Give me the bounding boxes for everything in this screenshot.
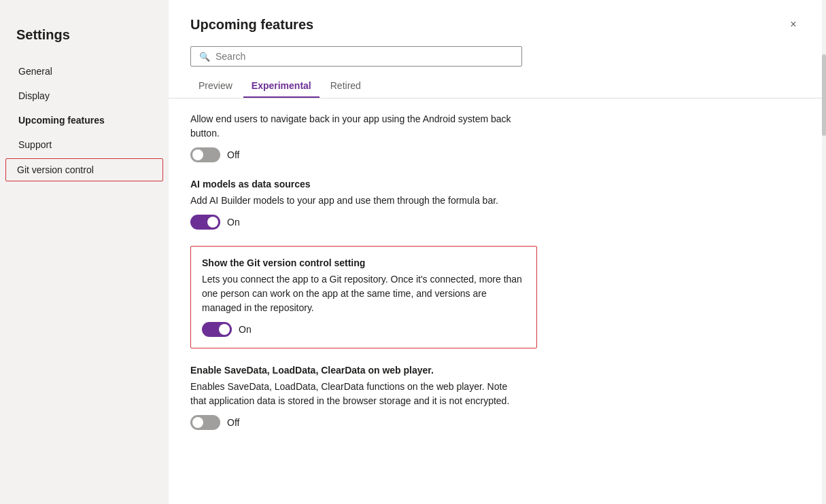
content-header: Upcoming features × bbox=[169, 0, 826, 35]
scrollbar-thumb[interactable] bbox=[822, 54, 826, 136]
scrollbar[interactable] bbox=[822, 0, 826, 504]
content-body: Allow end users to navigate back in your… bbox=[169, 98, 826, 504]
sidebar: Settings General Display Upcoming featur… bbox=[0, 0, 169, 504]
sidebar-title: Settings bbox=[0, 16, 169, 59]
feature-ai-models-toggle[interactable] bbox=[190, 215, 220, 230]
feature-ai-models-desc: Add AI Builder models to your app and us… bbox=[190, 194, 523, 208]
toggle-thumb bbox=[192, 417, 203, 428]
toggle-thumb bbox=[192, 149, 203, 160]
feature-git-toggle[interactable] bbox=[202, 322, 232, 337]
feature-ai-models: AI models as data sources Add AI Builder… bbox=[190, 179, 804, 230]
feature-ai-models-toggle-row: On bbox=[190, 215, 804, 230]
toggle-track bbox=[190, 415, 220, 430]
feature-git-toggle-row: On bbox=[202, 322, 526, 337]
feature-git-version-control: Show the Git version control setting Let… bbox=[190, 246, 537, 348]
feature-ai-models-toggle-label: On bbox=[227, 217, 240, 228]
feature-git-desc: Lets you connect the app to a Git reposi… bbox=[202, 272, 526, 315]
feature-savedata-toggle-row: Off bbox=[190, 415, 804, 430]
toggle-track bbox=[190, 215, 220, 230]
feature-ai-models-title: AI models as data sources bbox=[190, 179, 804, 190]
feature-android-back: Allow end users to navigate back in your… bbox=[190, 112, 804, 162]
feature-savedata-desc: Enables SaveData, LoadData, ClearData fu… bbox=[190, 380, 523, 408]
main-panel: Upcoming features × 🔍 Preview Experiment… bbox=[169, 0, 826, 504]
page-title: Upcoming features bbox=[190, 17, 313, 33]
feature-android-back-toggle-row: Off bbox=[190, 147, 804, 162]
sidebar-item-upcoming-features[interactable]: Upcoming features bbox=[0, 108, 169, 132]
feature-savedata-toggle[interactable] bbox=[190, 415, 220, 430]
sidebar-item-git-version-control[interactable]: Git version control bbox=[5, 158, 163, 181]
tab-experimental[interactable]: Experimental bbox=[243, 75, 320, 98]
tab-retired[interactable]: Retired bbox=[322, 75, 369, 98]
sidebar-item-general[interactable]: General bbox=[0, 59, 169, 84]
sidebar-item-support[interactable]: Support bbox=[0, 132, 169, 157]
tab-preview[interactable]: Preview bbox=[190, 75, 241, 98]
search-icon: 🔍 bbox=[199, 52, 210, 62]
toggle-track bbox=[202, 322, 232, 337]
feature-android-back-toggle[interactable] bbox=[190, 147, 220, 162]
search-input[interactable] bbox=[216, 51, 513, 62]
toggle-thumb bbox=[219, 324, 230, 335]
toggle-track bbox=[190, 147, 220, 162]
close-button[interactable]: × bbox=[782, 14, 804, 35]
search-box: 🔍 bbox=[190, 46, 522, 67]
feature-git-toggle-label: On bbox=[239, 324, 252, 335]
feature-git-title: Show the Git version control setting bbox=[202, 257, 526, 268]
feature-savedata-title: Enable SaveData, LoadData, ClearData on … bbox=[190, 365, 804, 376]
toggle-thumb bbox=[207, 217, 218, 228]
tabs-bar: Preview Experimental Retired bbox=[169, 67, 826, 98]
feature-savedata: Enable SaveData, LoadData, ClearData on … bbox=[190, 365, 804, 430]
feature-android-back-desc: Allow end users to navigate back in your… bbox=[190, 112, 523, 141]
search-container: 🔍 bbox=[169, 35, 826, 67]
feature-savedata-toggle-label: Off bbox=[227, 417, 239, 428]
sidebar-item-display[interactable]: Display bbox=[0, 84, 169, 108]
feature-android-back-toggle-label: Off bbox=[227, 149, 239, 160]
